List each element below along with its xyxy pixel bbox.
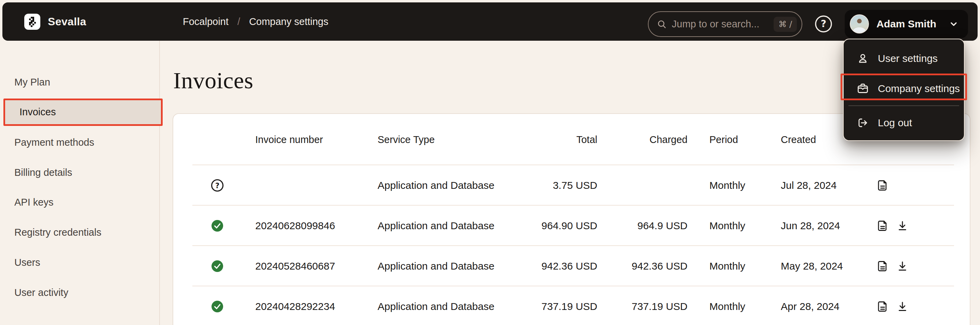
sidebar-item-registry-credentials[interactable]: Registry credentials — [0, 220, 161, 245]
logout-icon — [857, 117, 869, 129]
cell-created: May 28, 2024 — [781, 246, 843, 287]
menu-item-company-settings[interactable]: Company settings — [844, 74, 964, 104]
breadcrumb-parent[interactable]: Focalpoint — [183, 16, 229, 27]
table-row: 20240628099846 Application and Database … — [173, 206, 970, 246]
user-dropdown-menu: User settings Company settings Lo — [843, 38, 965, 141]
breadcrumb-separator: / — [237, 16, 240, 27]
column-header-service-type: Service Type — [377, 114, 434, 165]
menu-item-log-out[interactable]: Log out — [844, 108, 964, 138]
column-header-period: Period — [710, 114, 738, 165]
view-invoice-button[interactable] — [876, 219, 889, 233]
sidebar-item-api-keys[interactable]: API keys — [0, 190, 161, 215]
column-header-total: Total — [576, 114, 597, 165]
chevron-down-icon — [948, 18, 959, 29]
status-pending-icon: ? — [208, 165, 227, 206]
sidebar-item-payment-methods[interactable]: Payment methods — [0, 130, 161, 155]
sidebar-item-my-plan[interactable]: My Plan — [0, 70, 161, 94]
column-header-invoice-number: Invoice number — [255, 114, 323, 165]
cell-invoice-number: 20240428292234 — [255, 287, 335, 325]
download-invoice-button[interactable] — [896, 259, 909, 273]
menu-item-label: Company settings — [878, 83, 960, 94]
sidebar-item-label: Users — [14, 257, 40, 268]
cell-period: Monthly — [710, 206, 745, 246]
cell-total: 942.36 USD — [542, 246, 597, 287]
user-menu-button[interactable]: Adam Smith — [845, 10, 968, 38]
company-settings-page: Sevalla Focalpoint / Company settings ⌘ … — [0, 0, 980, 325]
cell-total: 3.75 USD — [553, 165, 597, 206]
cell-charged: 737.19 USD — [632, 287, 687, 325]
menu-item-label: User settings — [878, 53, 938, 64]
cell-created: Jun 28, 2024 — [781, 206, 840, 246]
top-bar: Sevalla Focalpoint / Company settings ⌘ … — [2, 2, 978, 41]
brand[interactable]: Sevalla — [24, 14, 86, 30]
cell-service-type: Application and Database — [377, 206, 495, 246]
svg-text:?: ? — [821, 18, 826, 29]
menu-item-label: Log out — [878, 117, 912, 129]
sidebar-item-label: Invoices — [19, 106, 56, 118]
sidebar-item-label: My Plan — [14, 77, 50, 88]
sidebar-divider — [159, 41, 160, 325]
view-invoice-button[interactable] — [876, 300, 889, 313]
cell-period: Monthly — [710, 287, 745, 325]
cell-period: Monthly — [710, 165, 745, 206]
brand-name: Sevalla — [48, 15, 86, 28]
cell-service-type: Application and Database — [377, 165, 495, 206]
sidebar-item-invoices[interactable]: Invoices — [5, 100, 161, 124]
status-paid-icon — [208, 246, 227, 287]
cell-created: Jul 28, 2024 — [781, 165, 837, 206]
help-button[interactable]: ? — [815, 15, 832, 33]
sidebar-item-user-activity[interactable]: User activity — [0, 280, 161, 305]
sidebar-item-users[interactable]: Users — [0, 250, 161, 275]
cell-invoice-number: 20240528460687 — [255, 246, 335, 287]
cell-total: 964.90 USD — [542, 206, 597, 246]
cell-period: Monthly — [710, 246, 745, 287]
cell-charged: 942.36 USD — [632, 246, 687, 287]
sidebar-item-label: Registry credentials — [14, 227, 102, 238]
avatar — [850, 14, 869, 34]
menu-divider — [848, 106, 959, 106]
breadcrumb-current[interactable]: Company settings — [249, 16, 328, 27]
settings-sidebar: My Plan Invoices Payment methods Billing… — [0, 41, 161, 325]
cell-total: 737.19 USD — [542, 287, 597, 325]
cell-created: Apr 28, 2024 — [781, 287, 840, 325]
search-icon — [657, 19, 667, 29]
briefcase-icon — [857, 82, 869, 95]
menu-item-user-settings[interactable]: User settings — [844, 43, 964, 74]
cell-charged: 964.9 USD — [637, 206, 687, 246]
sevalla-logo-icon — [24, 14, 40, 30]
view-invoice-button[interactable] — [876, 179, 889, 192]
svg-text:?: ? — [215, 182, 220, 190]
global-search[interactable]: ⌘ / — [648, 11, 802, 37]
sidebar-item-label: API keys — [14, 197, 53, 208]
column-header-charged: Charged — [649, 114, 687, 165]
search-input[interactable] — [672, 18, 769, 30]
table-row: 20240528460687 Application and Database … — [173, 246, 970, 287]
view-invoice-button[interactable] — [876, 259, 889, 273]
page-title: Invoices — [173, 67, 253, 94]
table-row: 20240428292234 Application and Database … — [173, 287, 970, 325]
column-header-created: Created — [781, 114, 816, 165]
user-name: Adam Smith — [877, 18, 941, 30]
breadcrumb: Focalpoint / Company settings — [183, 2, 328, 41]
download-invoice-button[interactable] — [896, 219, 909, 233]
sidebar-item-label: User activity — [14, 287, 68, 298]
search-shortcut-badge: ⌘ / — [773, 17, 797, 32]
cell-invoice-number: 20240628099846 — [255, 206, 335, 246]
status-paid-icon — [208, 206, 227, 246]
cell-service-type: Application and Database — [377, 246, 495, 287]
download-invoice-button[interactable] — [896, 300, 909, 313]
user-icon — [857, 52, 869, 65]
cell-service-type: Application and Database — [377, 287, 495, 325]
sidebar-item-billing-details[interactable]: Billing details — [0, 160, 161, 185]
sidebar-item-label: Billing details — [14, 167, 72, 178]
sidebar-item-label: Payment methods — [14, 137, 94, 148]
status-paid-icon — [208, 287, 227, 325]
table-row: ? Application and Database 3.75 USD Mont… — [173, 165, 970, 206]
invoices-card: Invoice number Service Type Total Charge… — [173, 113, 970, 325]
